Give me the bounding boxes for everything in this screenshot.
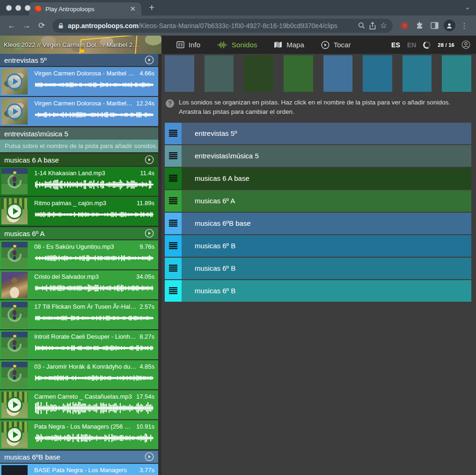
track-section-header[interactable]: entrevistas 5º xyxy=(0,54,158,66)
clip-waveform[interactable] xyxy=(34,371,154,385)
address-bar[interactable]: app.antropoloops.com/Kleos-Santa-Marina/… xyxy=(52,19,393,33)
side-panel-icon[interactable] xyxy=(427,22,441,29)
nav-tab-info[interactable]: Info xyxy=(176,41,200,49)
track-section-name[interactable]: musicas 6ºB base xyxy=(4,453,145,461)
drag-handle[interactable] xyxy=(165,258,182,279)
track-section-header[interactable]: entrevistas\música 5 xyxy=(0,127,158,140)
audio-clip[interactable]: 08 - Es Sakūru Uguntiņu.mp39.76s xyxy=(0,240,158,269)
clip-waveform[interactable] xyxy=(34,78,154,92)
clip-waveform[interactable] xyxy=(34,208,154,222)
audio-clip[interactable]: Cristo del Salvador.mp334.05s xyxy=(0,270,158,299)
audio-clip[interactable]: BASE Pata Negra - Los Managers3.77s xyxy=(0,464,158,475)
play-clip-icon[interactable] xyxy=(1,392,28,418)
url-text[interactable]: app.antropoloops.com/Kleos-Santa-Marina/… xyxy=(68,22,354,30)
audio-clip[interactable]: 03 - Jaromír Horák & Konrádyho dudácká .… xyxy=(0,360,158,389)
track-name-button[interactable]: entrevistas 5º xyxy=(182,123,471,144)
forward-button[interactable]: → xyxy=(20,21,34,30)
new-tab-button[interactable]: + xyxy=(149,2,154,13)
drag-handle[interactable] xyxy=(165,213,182,234)
audio-clip[interactable]: Ritmo palmas _ cajón.mp311.89s xyxy=(0,197,158,226)
breadcrumb[interactable]: Kleos 2022 // Virgen Carmen Dol... / Mar… xyxy=(0,41,138,48)
track-color-swatch[interactable] xyxy=(284,55,313,92)
drag-handle[interactable] xyxy=(165,123,182,144)
audio-clip[interactable]: Virgen Carmen Dolorosa - Maribel 2.mp34.… xyxy=(0,67,158,96)
track-name-button[interactable]: musicas 6ºB base xyxy=(182,213,471,234)
footballer-photo[interactable] xyxy=(1,302,28,328)
drag-handle[interactable] xyxy=(165,190,182,212)
play-track-button[interactable] xyxy=(145,155,154,164)
dark-photo[interactable] xyxy=(1,465,28,475)
monkey-painting[interactable] xyxy=(1,272,28,298)
track-name-button[interactable]: musicas 6º B xyxy=(182,258,471,279)
audio-clip[interactable]: Pata Negra - Los Managers (256 kbps).mp3… xyxy=(0,420,158,449)
courtyard-photo[interactable] xyxy=(1,98,28,125)
track-color-swatch[interactable] xyxy=(403,55,432,92)
record-extension-icon[interactable] xyxy=(397,22,411,30)
drag-handle[interactable] xyxy=(165,145,182,167)
close-tab-icon[interactable]: ✕ xyxy=(130,5,136,13)
clip-waveform[interactable] xyxy=(34,178,154,192)
play-track-button[interactable] xyxy=(145,229,154,238)
track-color-swatch[interactable] xyxy=(205,55,234,92)
track-name-button[interactable]: musicas 6º B xyxy=(182,235,471,257)
play-track-button[interactable] xyxy=(145,452,154,461)
track-section-name[interactable]: entrevistas\música 5 xyxy=(4,130,154,138)
tab-search-chevron-icon[interactable]: ⌄ xyxy=(464,3,470,11)
dog-photo[interactable] xyxy=(1,392,28,418)
footballer-photo[interactable] xyxy=(1,242,28,268)
track-name-button[interactable]: musicas 6 A base xyxy=(182,168,471,189)
close-window-button[interactable] xyxy=(6,5,12,11)
track-section-header[interactable]: musicas 6ºB base xyxy=(0,451,158,463)
track-color-swatch[interactable] xyxy=(244,55,273,92)
play-clip-icon[interactable] xyxy=(1,68,28,95)
clip-waveform[interactable] xyxy=(34,341,154,355)
track-color-swatch[interactable] xyxy=(323,55,353,92)
track-color-swatch[interactable] xyxy=(363,55,392,92)
track-section-header[interactable]: musicas 6 A base xyxy=(0,154,158,166)
play-track-button[interactable] xyxy=(145,55,154,65)
track-section-name[interactable]: entrevistas 5º xyxy=(4,56,145,64)
extensions-puzzle-icon[interactable] xyxy=(412,22,426,30)
courtyard-photo[interactable] xyxy=(1,68,28,95)
track-section-name[interactable]: musicas 6º A xyxy=(4,230,145,238)
drag-handle[interactable] xyxy=(165,235,182,257)
clip-waveform[interactable] xyxy=(34,108,154,122)
drag-handle[interactable] xyxy=(165,168,182,189)
track-section-name[interactable]: musicas 6 A base xyxy=(4,156,145,164)
nav-tab-sonidos[interactable]: Sonidos xyxy=(217,41,257,49)
minimize-window-button[interactable] xyxy=(15,5,21,11)
browser-menu-icon[interactable]: ⋮ xyxy=(457,22,471,30)
audio-clip[interactable]: Introit Rorate Caeli Desuper - Lionheart… xyxy=(0,330,158,359)
bookmark-star-icon[interactable]: ☆ xyxy=(380,21,387,30)
track-color-swatch[interactable] xyxy=(442,55,471,92)
track-name-button[interactable]: musicas 6º A xyxy=(182,190,471,212)
clip-waveform[interactable] xyxy=(34,401,154,415)
audio-clip[interactable]: 1-14 Khakasian Land.mp311.4s xyxy=(0,167,158,196)
browser-tab[interactable]: Play Antropoloops ✕ xyxy=(29,2,141,15)
nav-tab-mapa[interactable]: Mapa xyxy=(274,41,304,49)
clip-waveform[interactable] xyxy=(34,431,154,445)
audio-clip[interactable]: 17 Till Flickan Som Är Tusen År-Halling … xyxy=(0,300,158,329)
share-icon[interactable] xyxy=(369,22,376,30)
maximize-window-button[interactable] xyxy=(25,5,30,11)
lang-en-button[interactable]: EN xyxy=(407,41,416,49)
clip-waveform[interactable] xyxy=(34,311,154,325)
track-color-swatch[interactable] xyxy=(165,55,194,92)
clip-waveform[interactable] xyxy=(34,251,154,265)
profile-avatar[interactable] xyxy=(442,20,456,31)
play-clip-icon[interactable] xyxy=(1,198,28,224)
reload-button[interactable]: ⟳ xyxy=(35,21,49,30)
project-banner-image[interactable]: Kleos 2022 // Virgen Carmen Dol... / Mar… xyxy=(0,36,161,54)
track-name-button[interactable]: entrevistas\música 5 xyxy=(182,145,471,167)
audio-clip[interactable]: Carmen Carreto _ Castañuelas.mp317.54s xyxy=(0,390,158,419)
nav-tab-tocar[interactable]: Tocar xyxy=(321,41,351,49)
clip-waveform[interactable] xyxy=(34,281,154,295)
footballer-photo[interactable] xyxy=(1,362,28,388)
dog-photo[interactable] xyxy=(1,422,28,448)
track-section-header[interactable]: musicas 6º A xyxy=(0,227,158,239)
footballer-photo[interactable] xyxy=(1,168,28,194)
account-icon[interactable] xyxy=(461,40,470,49)
footballer-photo[interactable] xyxy=(1,332,28,358)
dog-photo[interactable] xyxy=(1,198,28,224)
zoom-page-icon[interactable] xyxy=(358,22,365,29)
